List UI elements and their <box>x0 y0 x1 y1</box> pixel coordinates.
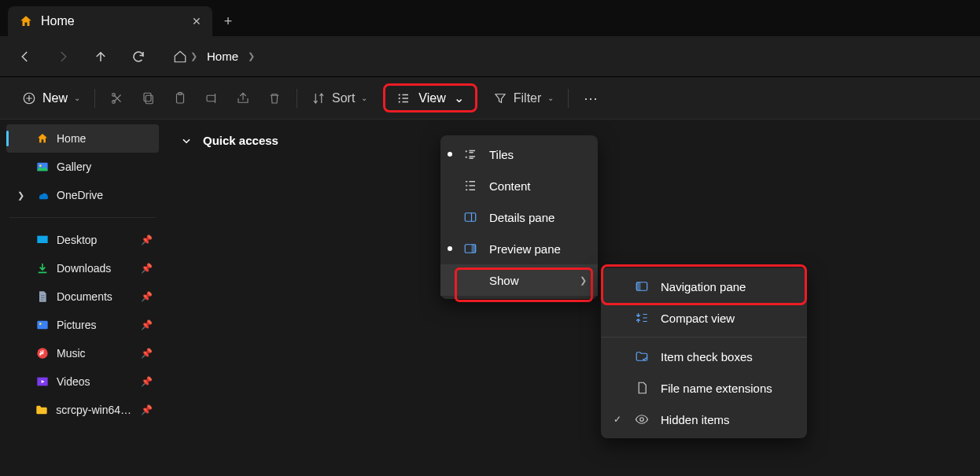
quick-access-label: Quick access <box>203 134 278 147</box>
sidebar-label: Pictures <box>57 319 97 331</box>
pin-icon: 📌 <box>141 404 153 415</box>
menu-item-file-extensions[interactable]: File name extensions <box>601 372 807 404</box>
svg-rect-20 <box>465 213 476 222</box>
selected-dot-icon <box>448 246 452 251</box>
menu-label: Details pane <box>489 211 587 224</box>
cut-button[interactable] <box>101 84 133 113</box>
separator <box>94 89 95 108</box>
sidebar-item-onedrive[interactable]: ❯ OneDrive <box>6 181 159 209</box>
show-submenu: Navigation pane Compact view Item check … <box>601 268 807 438</box>
menu-item-item-check-boxes[interactable]: Item check boxes <box>601 341 807 372</box>
menu-item-compact-view[interactable]: Compact view <box>601 302 807 334</box>
navigation-pane-icon <box>634 279 650 293</box>
sidebar-label: scrcpy-win64-v2 <box>56 404 133 416</box>
sidebar-label: Videos <box>57 375 90 388</box>
address-bar[interactable]: ❯ Home ❯ <box>167 42 261 71</box>
nav-bar: ❯ Home ❯ <box>0 36 980 77</box>
refresh-button[interactable] <box>120 38 157 76</box>
svg-point-10 <box>399 101 400 102</box>
svg-rect-13 <box>37 236 47 243</box>
paste-button[interactable] <box>164 84 196 113</box>
menu-divider <box>601 337 807 338</box>
chevron-right-icon: ❯ <box>248 51 255 61</box>
file-icon <box>634 381 650 395</box>
gallery-icon <box>36 161 49 173</box>
desktop-icon <box>36 234 49 246</box>
svg-rect-4 <box>144 93 151 101</box>
navigation-pane: Home Gallery ❯ OneDrive Desktop 📌 Downlo… <box>0 120 165 476</box>
svg-rect-7 <box>207 95 216 101</box>
sidebar-divider <box>9 217 156 218</box>
delete-button[interactable] <box>259 84 290 113</box>
videos-icon <box>36 375 49 388</box>
toolbar: New ⌄ Sort ⌄ View ⌄ Filter ⌄ ⋯ <box>0 77 980 120</box>
music-icon <box>36 347 49 360</box>
menu-label: Item check boxes <box>661 350 796 363</box>
pictures-icon <box>36 319 49 331</box>
new-button[interactable]: New ⌄ <box>14 84 88 113</box>
sidebar-item-desktop[interactable]: Desktop 📌 <box>6 226 159 254</box>
pin-icon: 📌 <box>141 291 153 302</box>
svg-point-25 <box>640 418 644 422</box>
sidebar-item-documents[interactable]: Documents 📌 <box>6 282 159 311</box>
tab-strip: Home ✕ + <box>0 0 980 36</box>
sidebar-label: Home <box>57 132 86 145</box>
svg-point-9 <box>399 97 400 98</box>
chevron-down-icon <box>181 135 192 146</box>
more-button[interactable]: ⋯ <box>575 84 606 113</box>
menu-item-details-pane[interactable]: Details pane <box>440 201 598 233</box>
onedrive-icon <box>36 189 49 201</box>
chevron-down-icon: ⌄ <box>454 90 464 105</box>
breadcrumb-home[interactable]: Home <box>201 48 245 65</box>
menu-item-content[interactable]: Content <box>440 170 598 201</box>
filter-button[interactable]: Filter ⌄ <box>485 84 562 113</box>
rename-button[interactable] <box>196 84 227 113</box>
sidebar-item-downloads[interactable]: Downloads 📌 <box>6 254 159 282</box>
pin-icon: 📌 <box>141 376 153 387</box>
content-icon <box>462 179 478 193</box>
selected-dot-icon <box>448 152 452 157</box>
menu-item-hidden-items[interactable]: ✓ Hidden items <box>601 404 807 435</box>
chevron-right-icon: ❯ <box>190 51 197 61</box>
menu-item-tiles[interactable]: Tiles <box>440 138 598 170</box>
documents-icon <box>36 290 49 303</box>
tiles-icon <box>462 147 478 161</box>
sidebar-item-pictures[interactable]: Pictures 📌 <box>6 311 159 339</box>
back-button[interactable] <box>6 38 44 76</box>
new-tab-button[interactable]: + <box>212 6 244 36</box>
sort-button[interactable]: Sort ⌄ <box>304 84 375 113</box>
sidebar-label: Downloads <box>57 262 111 275</box>
sidebar-item-videos[interactable]: Videos 📌 <box>6 367 159 396</box>
menu-label: Compact view <box>661 312 796 325</box>
view-label: View <box>418 91 445 105</box>
menu-item-navigation-pane[interactable]: Navigation pane <box>601 271 807 302</box>
sidebar-label: Music <box>57 347 86 360</box>
menu-label: Navigation pane <box>661 280 796 293</box>
close-tab-button[interactable]: ✕ <box>192 15 201 28</box>
tab-home[interactable]: Home ✕ <box>8 6 212 36</box>
copy-button[interactable] <box>133 84 164 113</box>
menu-label: Preview pane <box>489 242 587 256</box>
share-button[interactable] <box>227 84 259 113</box>
compact-icon <box>634 311 650 325</box>
svg-point-12 <box>39 164 42 167</box>
eye-icon <box>634 412 650 426</box>
sidebar-item-music[interactable]: Music 📌 <box>6 339 159 367</box>
sidebar-item-gallery[interactable]: Gallery <box>6 153 159 181</box>
svg-rect-14 <box>37 321 47 330</box>
pin-icon: 📌 <box>141 319 153 330</box>
up-button[interactable] <box>82 38 120 76</box>
sort-icon <box>311 91 326 105</box>
sidebar-item-home[interactable]: Home <box>6 124 159 153</box>
menu-label: Hidden items <box>661 413 796 426</box>
sidebar-item-folder[interactable]: scrcpy-win64-v2 📌 <box>6 396 159 424</box>
svg-rect-3 <box>146 95 153 104</box>
folder-icon <box>35 404 48 416</box>
menu-item-show[interactable]: Show ❯ <box>440 264 598 296</box>
chevron-right-icon: ❯ <box>580 275 587 286</box>
chevron-right-icon[interactable]: ❯ <box>13 190 28 201</box>
menu-item-preview-pane[interactable]: Preview pane <box>440 233 598 264</box>
view-button[interactable]: View ⌄ <box>383 83 477 113</box>
svg-rect-22 <box>472 245 476 253</box>
forward-button[interactable] <box>44 38 82 76</box>
